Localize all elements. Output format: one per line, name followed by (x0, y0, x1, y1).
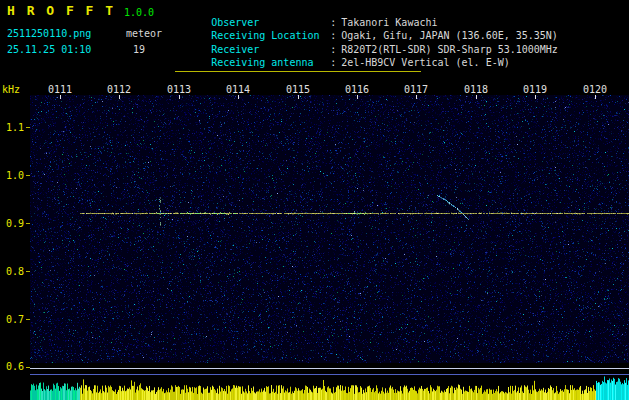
echo-count: 19 (133, 44, 145, 55)
x-axis-tick-label-0120: 0120 (582, 84, 608, 95)
info-label-observer: Observer (211, 17, 330, 28)
hrofft-output-screen: H R O F F T 1.0.0 2511250110.png meteor … (0, 0, 629, 400)
info-label-receiver: Receiver (211, 44, 330, 55)
info-row-observer: Observer:Takanori Kawachi (175, 6, 558, 19)
x-axis-tick-label-0115: 0115 (285, 84, 311, 95)
x-axis-tick-label-0112: 0112 (106, 84, 132, 95)
signal-level-canvas (30, 364, 629, 400)
x-axis-tick-label-0117: 0117 (403, 84, 429, 95)
x-axis-tick-label-0118: 0118 (463, 84, 489, 95)
y-axis-tick-label-0.9: 0.9 (0, 218, 24, 229)
y-axis-tick-label-0.7: 0.7 (0, 314, 24, 325)
y-axis-unit-label: kHz (2, 84, 20, 95)
info-value-antenna: 2el-HB9CV Vertical (el. E-W) (341, 57, 510, 68)
x-axis-tick-label-0111: 0111 (47, 84, 73, 95)
app-version: 1.0.0 (124, 7, 154, 18)
info-value-location: Ogaki, Gifu, JAPAN (136.60E, 35.35N) (341, 30, 558, 41)
info-value-receiver: R820T2(RTL-SDR) SDR-Sharp 53.1000MHz (341, 44, 558, 55)
colon: : (330, 30, 336, 41)
x-axis-tick-label-0116: 0116 (344, 84, 370, 95)
x-axis-tick-label-0114: 0114 (225, 84, 251, 95)
spectrogram-canvas (30, 95, 629, 363)
observation-info-block: Observer:Takanori Kawachi Receiving Loca… (175, 6, 558, 59)
app-title: H R O F F T (7, 4, 115, 18)
y-axis-tick-label-1.0: 1.0 (0, 170, 24, 181)
x-axis-tick-label-0113: 0113 (166, 84, 192, 95)
timestamp: 25.11.25 01:10 (7, 44, 91, 55)
y-axis-tick-label-0.6: 0.6 (0, 361, 24, 372)
file-name: 2511250110.png (7, 28, 91, 39)
header-underline (175, 71, 421, 72)
colon: : (330, 17, 336, 28)
y-axis-tick-label-0.8: 0.8 (0, 266, 24, 277)
colon: : (330, 57, 336, 68)
x-axis-tick-label-0119: 0119 (522, 84, 548, 95)
colon: : (330, 44, 336, 55)
y-axis-tick-label-1.1: 1.1 (0, 122, 24, 133)
mode-label: meteor (126, 28, 162, 39)
info-value-observer: Takanori Kawachi (341, 17, 437, 28)
info-label-antenna: Receiving antenna (211, 57, 330, 68)
info-label-location: Receiving Location (211, 30, 330, 41)
